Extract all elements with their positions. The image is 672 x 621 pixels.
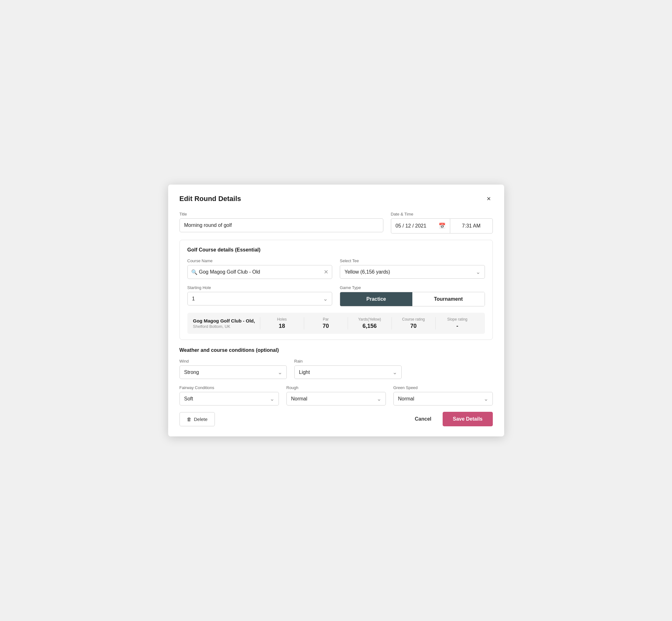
slope-rating-value: - bbox=[457, 323, 458, 329]
starting-hole-dropdown[interactable]: 1234 5678 910 bbox=[187, 292, 333, 305]
starting-hole-group: Starting Hole 1234 5678 910 ⌄ bbox=[187, 285, 333, 306]
slope-rating-label: Slope rating bbox=[447, 317, 467, 322]
course-rating-label: Course rating bbox=[402, 317, 425, 322]
rough-group: Rough ShortNormal LongVery Long ⌄ bbox=[287, 385, 386, 406]
course-info-location: Shelford Bottom, UK bbox=[193, 324, 260, 329]
practice-button[interactable]: Practice bbox=[340, 292, 412, 306]
date-field[interactable]: 05 / 12 / 2021 📅 bbox=[391, 218, 450, 234]
wind-label: Wind bbox=[179, 359, 287, 364]
wind-select-wrap: NoneLightModerate StrongVery Strong ⌄ bbox=[179, 365, 287, 379]
fairway-label: Fairway Conditions bbox=[179, 385, 279, 390]
delete-label: Delete bbox=[194, 417, 208, 422]
time-field[interactable]: 7:31 AM bbox=[450, 218, 493, 234]
rain-select-wrap: NoneLight ModerateHeavy ⌄ bbox=[294, 365, 402, 379]
course-info-name: Gog Magog Golf Club - Old, bbox=[193, 318, 260, 323]
yards-label: Yards(Yellow) bbox=[358, 317, 381, 322]
game-type-label: Game Type bbox=[340, 285, 485, 290]
game-type-toggle: Practice Tournament bbox=[340, 292, 485, 306]
golf-course-section: Golf Course details (Essential) Course N… bbox=[179, 240, 493, 340]
footer-right: Cancel Save Details bbox=[409, 412, 493, 426]
clear-icon[interactable]: ✕ bbox=[324, 268, 328, 276]
wind-rain-row: Wind NoneLightModerate StrongVery Strong… bbox=[179, 359, 493, 379]
fairway-rough-green-row: Fairway Conditions HardFirmNormal SoftWe… bbox=[179, 385, 493, 406]
title-label: Title bbox=[179, 212, 383, 216]
course-stat-par: Par 70 bbox=[304, 317, 348, 329]
time-value: 7:31 AM bbox=[462, 223, 480, 229]
course-stat-yards: Yards(Yellow) 6,156 bbox=[348, 317, 391, 329]
datetime-group: Date & Time 05 / 12 / 2021 📅 7:31 AM bbox=[391, 212, 493, 234]
green-speed-select-wrap: SlowNormal FastVery Fast ⌄ bbox=[393, 392, 493, 406]
holes-value: 18 bbox=[279, 323, 285, 329]
modal-title: Edit Round Details bbox=[179, 195, 241, 203]
modal-header: Edit Round Details × bbox=[179, 195, 493, 203]
course-name-input[interactable] bbox=[187, 265, 333, 279]
rough-label: Rough bbox=[287, 385, 386, 390]
tournament-button[interactable]: Tournament bbox=[412, 292, 485, 306]
search-icon: 🔍 bbox=[191, 269, 198, 275]
rough-select-wrap: ShortNormal LongVery Long ⌄ bbox=[287, 392, 386, 406]
green-speed-group: Green Speed SlowNormal FastVery Fast ⌄ bbox=[393, 385, 493, 406]
modal-footer: 🗑 Delete Cancel Save Details bbox=[179, 412, 493, 426]
game-type-group: Game Type Practice Tournament bbox=[340, 285, 485, 306]
rain-group: Rain NoneLight ModerateHeavy ⌄ bbox=[294, 359, 402, 379]
rough-dropdown[interactable]: ShortNormal LongVery Long bbox=[287, 392, 386, 406]
course-stat-slope-rating: Slope rating - bbox=[435, 317, 479, 329]
rain-label: Rain bbox=[294, 359, 402, 364]
starting-hole-wrap: 1234 5678 910 ⌄ bbox=[187, 292, 333, 305]
course-tee-row: Course Name 🔍 ✕ Select Tee Yellow (6,156… bbox=[187, 258, 485, 279]
fairway-group: Fairway Conditions HardFirmNormal SoftWe… bbox=[179, 385, 279, 406]
date-time-wrap: 05 / 12 / 2021 📅 7:31 AM bbox=[391, 218, 493, 234]
par-value: 70 bbox=[323, 323, 329, 329]
title-datetime-row: Title Date & Time 05 / 12 / 2021 📅 7:31 … bbox=[179, 212, 493, 234]
fairway-select-wrap: HardFirmNormal SoftWet ⌄ bbox=[179, 392, 279, 406]
weather-section-title: Weather and course conditions (optional) bbox=[179, 347, 493, 353]
rain-dropdown[interactable]: NoneLight ModerateHeavy bbox=[294, 365, 402, 379]
golf-course-title: Golf Course details (Essential) bbox=[187, 247, 485, 253]
select-tee-label: Select Tee bbox=[340, 258, 485, 263]
cancel-button[interactable]: Cancel bbox=[409, 412, 437, 426]
weather-section: Weather and course conditions (optional)… bbox=[179, 347, 493, 406]
course-rating-value: 70 bbox=[410, 323, 416, 329]
trash-icon: 🗑 bbox=[187, 417, 192, 422]
edit-round-modal: Edit Round Details × Title Date & Time 0… bbox=[168, 184, 504, 437]
wind-dropdown[interactable]: NoneLightModerate StrongVery Strong bbox=[179, 365, 287, 379]
hole-gametype-row: Starting Hole 1234 5678 910 ⌄ Game Type … bbox=[187, 285, 485, 306]
select-tee-dropdown[interactable]: Yellow (6,156 yards) White Red Blue bbox=[340, 265, 485, 279]
green-speed-label: Green Speed bbox=[393, 385, 493, 390]
course-info-bar: Gog Magog Golf Club - Old, Shelford Bott… bbox=[187, 313, 485, 334]
fairway-dropdown[interactable]: HardFirmNormal SoftWet bbox=[179, 392, 279, 406]
yards-value: 6,156 bbox=[363, 323, 377, 329]
calendar-icon: 📅 bbox=[438, 222, 446, 230]
course-stat-course-rating: Course rating 70 bbox=[391, 317, 435, 329]
delete-button[interactable]: 🗑 Delete bbox=[179, 412, 215, 426]
course-name-group: Course Name 🔍 ✕ bbox=[187, 258, 333, 279]
holes-label: Holes bbox=[277, 317, 287, 322]
title-input[interactable] bbox=[179, 218, 383, 232]
datetime-label: Date & Time bbox=[391, 212, 493, 216]
select-tee-wrap: Yellow (6,156 yards) White Red Blue ⌄ bbox=[340, 265, 485, 279]
green-speed-dropdown[interactable]: SlowNormal FastVery Fast bbox=[393, 392, 493, 406]
course-name-input-wrap: 🔍 ✕ bbox=[187, 265, 333, 279]
course-stat-holes: Holes 18 bbox=[260, 317, 304, 329]
course-name-label: Course Name bbox=[187, 258, 333, 263]
close-button[interactable]: × bbox=[485, 195, 493, 203]
save-button[interactable]: Save Details bbox=[443, 412, 493, 426]
title-group: Title bbox=[179, 212, 383, 234]
par-label: Par bbox=[323, 317, 329, 322]
wind-group: Wind NoneLightModerate StrongVery Strong… bbox=[179, 359, 287, 379]
starting-hole-label: Starting Hole bbox=[187, 285, 333, 290]
course-info-name-block: Gog Magog Golf Club - Old, Shelford Bott… bbox=[193, 318, 260, 329]
select-tee-group: Select Tee Yellow (6,156 yards) White Re… bbox=[340, 258, 485, 279]
date-value: 05 / 12 / 2021 bbox=[395, 223, 426, 229]
